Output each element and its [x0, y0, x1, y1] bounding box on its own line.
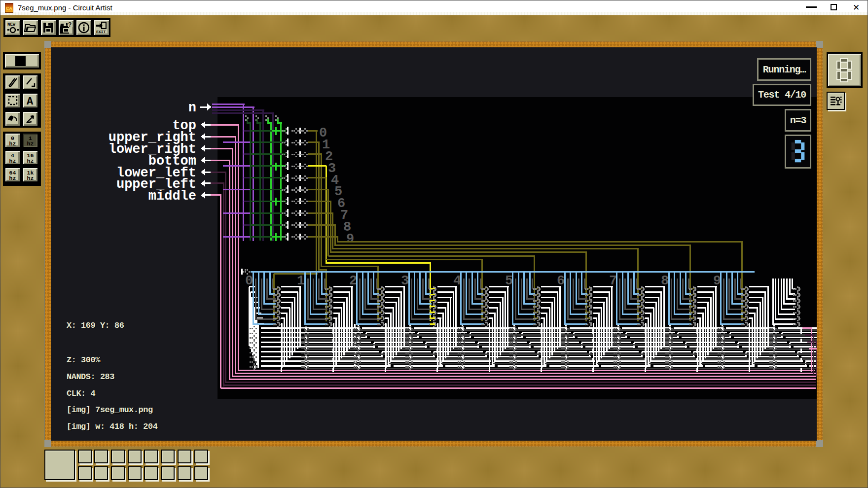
- svg-text:A: A: [27, 96, 34, 106]
- svg-text:EXIT: EXIT: [96, 30, 106, 34]
- svg-text:9: 9: [346, 232, 354, 246]
- svg-text:?: ?: [68, 22, 72, 29]
- svg-text:NEW: NEW: [7, 22, 16, 27]
- svg-text:middle: middle: [148, 189, 196, 204]
- svg-text:n: n: [188, 101, 196, 115]
